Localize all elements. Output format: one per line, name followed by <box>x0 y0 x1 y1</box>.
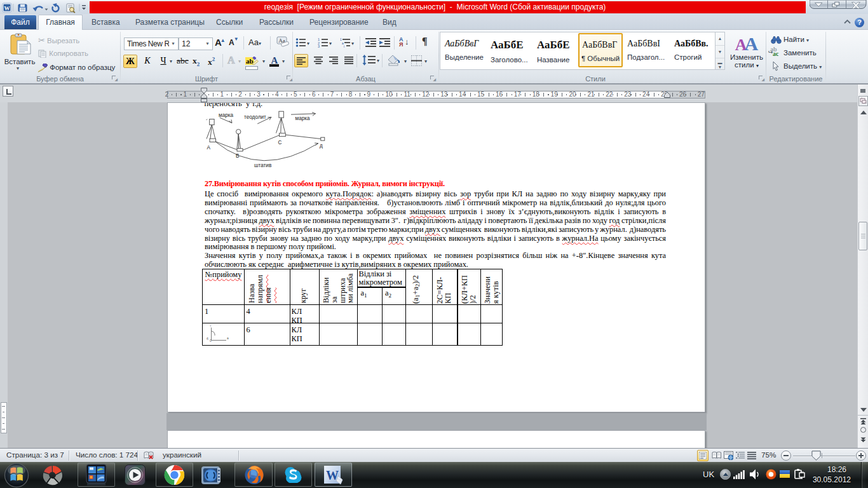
svg-text:марка: марка <box>219 112 233 118</box>
svg-text:B: B <box>236 153 240 159</box>
svg-text:↑: ↑ <box>210 325 212 328</box>
svg-text:i: i <box>344 44 344 48</box>
svg-text:д: д <box>320 143 323 149</box>
svg-text:W: W <box>4 5 10 11</box>
svg-text:марка: марка <box>295 116 310 121</box>
svg-text:теодолит: теодолит <box>244 114 266 120</box>
svg-text:б: б <box>207 337 208 341</box>
svg-text:0: 0 <box>210 339 212 342</box>
svg-text:штатив: штатив <box>254 163 271 168</box>
svg-text:A: A <box>207 145 211 151</box>
svg-text:3: 3 <box>318 44 320 48</box>
svg-text:а: а <box>227 336 229 340</box>
svg-text:C: C <box>278 140 282 146</box>
svg-text:W: W <box>326 468 339 482</box>
